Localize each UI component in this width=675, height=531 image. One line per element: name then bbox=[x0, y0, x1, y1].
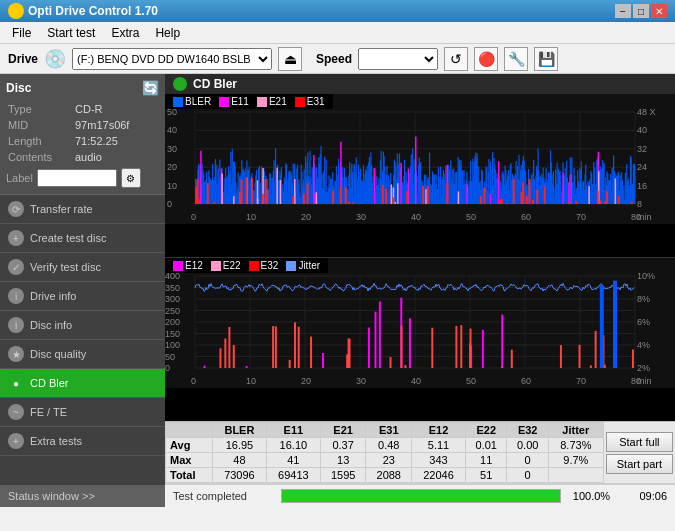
app-title: Opti Drive Control 1.70 bbox=[28, 4, 158, 18]
disc-mid-label: MID bbox=[8, 118, 73, 132]
max-bler: 48 bbox=[212, 453, 266, 468]
total-label: Total bbox=[166, 468, 213, 483]
avg-e32: 0.00 bbox=[507, 438, 548, 453]
avg-e21: 0.37 bbox=[320, 438, 366, 453]
avg-e11: 16.10 bbox=[266, 438, 320, 453]
stats-max-row: Max 48 41 13 23 343 11 0 9.7% bbox=[166, 453, 604, 468]
nav-fe-te[interactable]: ~ FE / TE bbox=[0, 398, 165, 427]
max-e11: 41 bbox=[266, 453, 320, 468]
save-button[interactable]: 💾 bbox=[534, 47, 558, 71]
stats-avg-row: Avg 16.95 16.10 0.37 0.48 5.11 0.01 0.00… bbox=[166, 438, 604, 453]
stats-header-row: BLER E11 E21 E31 E12 E22 E32 Jitter bbox=[166, 423, 604, 438]
maximize-button[interactable]: □ bbox=[633, 4, 649, 18]
disc-panel: Disc 🔄 Type CD-R MID 97m17s06f Length 71… bbox=[0, 74, 165, 195]
nav-icon-cd-bler: ● bbox=[8, 375, 24, 391]
disc-label-row: Label ⚙ bbox=[6, 168, 159, 188]
legend-e32: E32 bbox=[249, 260, 279, 271]
nav-label-verify-test-disc: Verify test disc bbox=[30, 261, 101, 273]
disc-contents-label: Contents bbox=[8, 150, 73, 164]
stats-total-row: Total 73096 69413 1595 2088 22046 51 0 bbox=[166, 468, 604, 483]
legend-e31: E31 bbox=[295, 96, 325, 107]
col-header-jitter: Jitter bbox=[548, 423, 603, 438]
legend-e11: E11 bbox=[219, 96, 249, 107]
menu-help[interactable]: Help bbox=[147, 24, 188, 42]
lower-chart-legend: E12 E22 E32 Jitter bbox=[165, 258, 328, 273]
eject-button[interactable]: ⏏ bbox=[278, 47, 302, 71]
progress-bar bbox=[281, 489, 561, 503]
menu-file[interactable]: File bbox=[4, 24, 39, 42]
avg-label: Avg bbox=[166, 438, 213, 453]
start-full-button[interactable]: Start full bbox=[606, 432, 673, 452]
nav-extra-tests[interactable]: + Extra tests bbox=[0, 427, 165, 456]
legend-jitter: Jitter bbox=[286, 260, 320, 271]
right-panel: CD Bler BLER E11 E21 E31 E12 bbox=[165, 74, 675, 507]
start-part-button[interactable]: Start part bbox=[606, 454, 673, 474]
nav-icon-fe-te: ~ bbox=[8, 404, 24, 420]
col-header-e12: E12 bbox=[412, 423, 466, 438]
sidebar: Disc 🔄 Type CD-R MID 97m17s06f Length 71… bbox=[0, 74, 165, 507]
menu-start-test[interactable]: Start test bbox=[39, 24, 103, 42]
nav-label-transfer-rate: Transfer rate bbox=[30, 203, 93, 215]
col-header-e22: E22 bbox=[466, 423, 507, 438]
disc-label-input[interactable] bbox=[37, 169, 117, 187]
max-e21: 13 bbox=[320, 453, 366, 468]
avg-bler: 16.95 bbox=[212, 438, 266, 453]
disc-contents-value: audio bbox=[75, 150, 157, 164]
total-e31: 2088 bbox=[366, 468, 412, 483]
nav-disc-quality[interactable]: ★ Disc quality bbox=[0, 340, 165, 369]
total-e11: 69413 bbox=[266, 468, 320, 483]
nav-drive-info[interactable]: i Drive info bbox=[0, 282, 165, 311]
disc-mid-row: MID 97m17s06f bbox=[8, 118, 157, 132]
max-e22: 11 bbox=[466, 453, 507, 468]
nav-label-disc-quality: Disc quality bbox=[30, 348, 86, 360]
disc-length-value: 71:52.25 bbox=[75, 134, 157, 148]
col-header-e21: E21 bbox=[320, 423, 366, 438]
max-e12: 343 bbox=[412, 453, 466, 468]
nav-icon-create-test-disc: + bbox=[8, 230, 24, 246]
drive-bar: Drive 💿 (F:) BENQ DVD DD DW1640 BSLB ⏏ S… bbox=[0, 44, 675, 74]
status-window-button[interactable]: Status window >> bbox=[0, 485, 165, 507]
lower-chart: E12 E22 E32 Jitter bbox=[165, 258, 675, 421]
disc-type-value: CD-R bbox=[75, 102, 157, 116]
action-buttons: Start full Start part bbox=[604, 422, 675, 483]
chart-title-text: CD Bler bbox=[193, 77, 237, 91]
avg-e31: 0.48 bbox=[366, 438, 412, 453]
disc-title: Disc bbox=[6, 81, 31, 95]
charts-container: BLER E11 E21 E31 E12 E22 E32 Jitter bbox=[165, 94, 675, 421]
disc-length-label: Length bbox=[8, 134, 73, 148]
drive-select[interactable]: (F:) BENQ DVD DD DW1640 BSLB bbox=[72, 48, 272, 70]
nav-transfer-rate[interactable]: ⟳ Transfer rate bbox=[0, 195, 165, 224]
stats-table: BLER E11 E21 E31 E12 E22 E32 Jitter Avg bbox=[165, 422, 604, 483]
menu-extra[interactable]: Extra bbox=[103, 24, 147, 42]
max-jitter: 9.7% bbox=[548, 453, 603, 468]
app-icon bbox=[8, 3, 24, 19]
progress-bar-fill bbox=[282, 490, 560, 502]
erase-button[interactable]: 🔴 bbox=[474, 47, 498, 71]
drive-label: Drive bbox=[8, 52, 38, 66]
avg-jitter: 8.73% bbox=[548, 438, 603, 453]
speed-select[interactable] bbox=[358, 48, 438, 70]
disc-header: Disc 🔄 bbox=[6, 80, 159, 96]
nav-disc-info[interactable]: i Disc info bbox=[0, 311, 165, 340]
disc-label-icon-btn[interactable]: ⚙ bbox=[121, 168, 141, 188]
nav-create-test-disc[interactable]: + Create test disc bbox=[0, 224, 165, 253]
avg-e12: 5.11 bbox=[412, 438, 466, 453]
tools-button[interactable]: 🔧 bbox=[504, 47, 528, 71]
nav-cd-bler[interactable]: ● CD Bler bbox=[0, 369, 165, 398]
upper-chart: BLER E11 E21 E31 bbox=[165, 94, 675, 258]
close-button[interactable]: ✕ bbox=[651, 4, 667, 18]
time-display: 09:06 bbox=[622, 490, 667, 502]
nav-icon-drive-info: i bbox=[8, 288, 24, 304]
lower-chart-canvas bbox=[165, 258, 675, 388]
disc-refresh-icon[interactable]: 🔄 bbox=[142, 80, 159, 96]
progress-percent: 100.0% bbox=[569, 490, 614, 502]
chart-title-icon bbox=[173, 77, 187, 91]
stats-buttons-area: BLER E11 E21 E31 E12 E22 E32 Jitter Avg bbox=[165, 421, 675, 483]
col-header-e31: E31 bbox=[366, 423, 412, 438]
refresh-button[interactable]: ↺ bbox=[444, 47, 468, 71]
nav-icon-extra-tests: + bbox=[8, 433, 24, 449]
minimize-button[interactable]: − bbox=[615, 4, 631, 18]
col-header-label bbox=[166, 423, 213, 438]
status-text: Test completed bbox=[173, 490, 273, 502]
nav-verify-test-disc[interactable]: ✓ Verify test disc bbox=[0, 253, 165, 282]
